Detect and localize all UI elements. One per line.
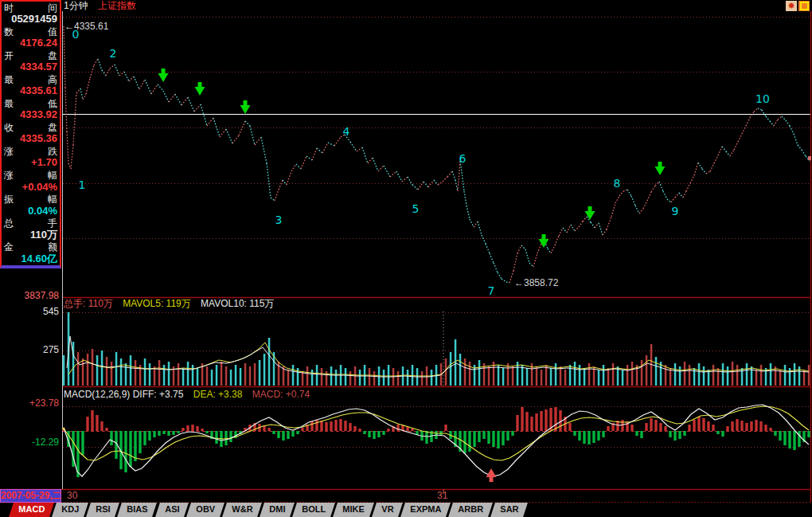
symbol-label[interactable]: 上证指数 <box>98 0 136 11</box>
quote-row: 涨跌+1.70 <box>4 146 57 168</box>
quote-row-value: 4176.24 <box>4 37 57 49</box>
tab-label: KDJ <box>61 504 79 514</box>
macd-diff-label: MACD(12,26,9) DIFF: +3.75 <box>64 389 183 400</box>
tab-label: MACD <box>18 504 45 514</box>
tab-macd[interactable]: MACD <box>9 503 54 517</box>
price-line <box>64 26 811 283</box>
chart-title: 1分钟 上证指数 <box>64 0 143 11</box>
tab-arbr[interactable]: ARBR <box>448 503 493 517</box>
tab-label: DMI <box>269 504 285 514</box>
quote-row: 开盘4334.57 <box>4 50 57 72</box>
period-label[interactable]: 1分钟 <box>64 0 88 11</box>
quote-row-value: 14.60亿 <box>4 253 57 264</box>
tab-obv[interactable]: OBV <box>186 503 224 517</box>
macd-value-label: MACD: +0.74 <box>252 389 310 400</box>
wave-number-label: 7 <box>488 284 495 297</box>
quote-row-label: 振幅 <box>4 194 57 205</box>
volume-axis-top-label: 545 <box>0 307 59 317</box>
tab-expma[interactable]: EXPMA <box>400 503 451 517</box>
quote-row-label: 最高 <box>4 74 57 85</box>
price-min-axis-label: 3837.98 <box>0 291 59 301</box>
window-controls: ✸ <box>786 1 810 11</box>
high-annotation: ←4335.61 <box>64 21 108 32</box>
wave-number-label: 4 <box>343 125 350 138</box>
quote-row-value: 4335.61 <box>4 85 57 96</box>
sell-signal-arrow-icon <box>195 82 205 96</box>
restore-window-icon[interactable] <box>798 1 810 11</box>
x-axis-label: 30 <box>67 490 77 501</box>
quote-row-label: 总手 <box>4 217 57 229</box>
tab-vr[interactable]: VR <box>372 503 403 517</box>
restore-box-glyph <box>800 2 809 10</box>
quote-row: 最高4335.61 <box>4 74 57 96</box>
pattern-star-icon[interactable]: ✸ <box>786 1 797 11</box>
tab-wandr[interactable]: W&R <box>222 503 262 517</box>
wave-number-label: 9 <box>672 205 679 217</box>
quote-row-value: 05291459 <box>4 14 57 25</box>
quote-row: 涨幅+0.04% <box>4 170 57 192</box>
signal-markers <box>158 69 666 482</box>
quote-panel: 时间05291459数值4176.24开盘4334.57最高4335.61最低4… <box>0 0 61 268</box>
quote-row-label: 金额 <box>4 241 57 253</box>
macd-dea-label: DEA: +3.38 <box>193 389 243 400</box>
tab-asi[interactable]: ASI <box>155 503 189 517</box>
sell-signal-arrow-icon <box>655 162 666 175</box>
sell-signal-arrow-icon <box>539 234 549 248</box>
tab-mike[interactable]: MIKE <box>333 503 373 517</box>
sell-signal-arrow-icon <box>240 100 251 114</box>
indicator-tab-bar: MACDKDJRSIBIASASIOBVW&RDMIBOLLMIKEVREXPM… <box>0 503 812 517</box>
quote-row-value: 0.04% <box>4 206 57 217</box>
indicator-lines <box>63 405 810 476</box>
sell-signal-arrow-icon <box>585 206 595 220</box>
macd-axis-bottom-label: -12.29 <box>0 437 59 448</box>
quote-row-label: 最低 <box>4 98 57 109</box>
macd-pane-header: MACD(12,26,9) DIFF: +3.75 DEA: +3.38 MAC… <box>64 389 317 400</box>
wave-number-label: 6 <box>459 152 467 165</box>
tab-dmi[interactable]: DMI <box>260 503 295 517</box>
wave-number-label: 8 <box>614 177 621 190</box>
tab-label: BOLL <box>303 504 326 514</box>
wave-number-label: 5 <box>412 202 420 215</box>
tab-label: EXPMA <box>410 504 441 514</box>
quote-row: 最低4333.92 <box>4 98 57 120</box>
stock-app-window: 012345678910 时间05291459数值4176.24开盘4334.5… <box>0 0 812 517</box>
quote-row-label: 涨幅 <box>4 170 57 181</box>
quote-row-label: 涨跌 <box>4 146 57 157</box>
volume-value-label: 总手: 110万 <box>64 298 113 309</box>
chart-canvas[interactable]: 012345678910 <box>0 0 812 517</box>
tab-rsi[interactable]: RSI <box>86 503 119 517</box>
tab-boll[interactable]: BOLL <box>292 503 335 517</box>
mavol10-value-label: MAVOL10: 115万 <box>201 298 274 309</box>
quote-row-value: 4335.36 <box>4 133 57 144</box>
tab-label: W&R <box>232 504 252 514</box>
tab-label: OBV <box>196 504 215 514</box>
quote-row: 收盘4335.36 <box>4 122 57 144</box>
main-gridlines <box>63 18 810 239</box>
mavol5-value-label: MAVOL5: 119万 <box>123 298 191 309</box>
low-annotation: ←3858.72 <box>514 277 558 288</box>
sell-signal-arrow-icon <box>158 69 169 82</box>
date-box: 2007-05-29,二 <box>0 489 61 503</box>
quote-row-label: 收盘 <box>4 122 57 133</box>
tab-label: MIKE <box>343 504 365 514</box>
wave-number-label: 2 <box>110 47 117 60</box>
buy-signal-arrow-icon <box>486 468 497 482</box>
volume-pane-header: 总手: 110万 MAVOL5: 119万 MAVOL10: 115万 <box>64 298 281 309</box>
tab-label: VR <box>381 504 393 514</box>
quote-row-value: +0.04% <box>4 182 57 193</box>
quote-row-label: 数值 <box>4 26 57 37</box>
tab-kdj[interactable]: KDJ <box>52 503 88 517</box>
volume-gridlines <box>63 313 810 351</box>
tab-label: RSI <box>96 504 110 514</box>
quote-row: 振幅0.04% <box>4 194 57 216</box>
quote-row: 金额14.60亿 <box>4 241 57 264</box>
macd-axis-top-label: +23.78 <box>0 398 59 409</box>
tab-bias[interactable]: BIAS <box>117 503 157 517</box>
tab-label: BIAS <box>127 504 148 514</box>
quote-row-value: 110万 <box>4 229 57 241</box>
wave-number-label: 3 <box>275 213 283 226</box>
quote-row: 总手110万 <box>4 217 57 240</box>
volume-axis-mid-label: 275 <box>0 345 59 355</box>
quote-row-label: 开盘 <box>4 50 57 61</box>
tab-sar[interactable]: SAR <box>490 503 528 517</box>
